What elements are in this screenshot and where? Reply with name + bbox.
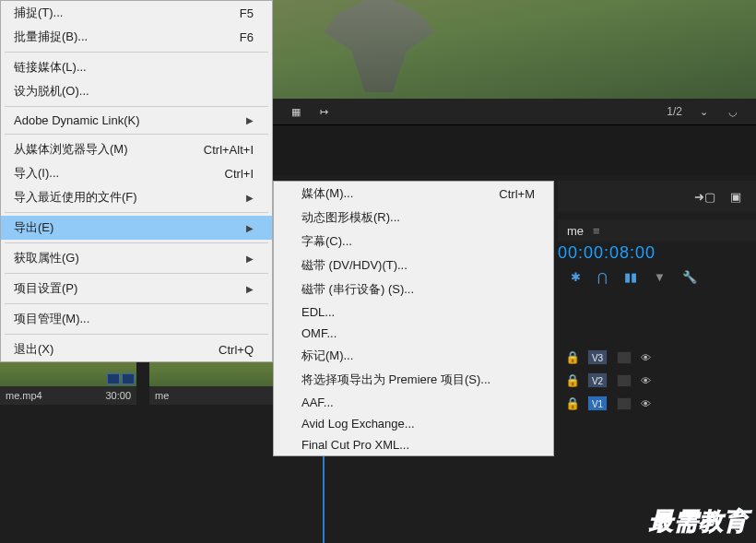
timeline-tab[interactable]: me ≡ <box>558 219 756 242</box>
export-submenu: 媒体(M)...Ctrl+M 动态图形模板(R)... 字幕(C)... 磁带 … <box>273 181 554 456</box>
menu-export-fcp-xml[interactable]: Final Cut Pro XML... <box>274 434 553 455</box>
menu-export-avid[interactable]: Avid Log Exchange... <box>274 413 553 434</box>
clip-name: me.mp4 <box>6 390 42 401</box>
go-to-in-icon[interactable]: ↦ <box>315 103 332 120</box>
clip-duration: 30:00 <box>105 390 131 401</box>
track-v1[interactable]: 🔒 V1 👁 <box>558 392 756 415</box>
audio-badge-icon <box>122 373 135 384</box>
magnet-icon[interactable]: ⋂ <box>597 270 608 284</box>
menu-capture[interactable]: 捕捉(T)...F5 <box>1 1 272 25</box>
safe-margins-icon[interactable]: ▦ <box>288 103 304 120</box>
lock-icon[interactable]: 🔒 <box>565 373 578 387</box>
menu-adobe-dynamic-link[interactable]: Adobe Dynamic Link(K)▶ <box>1 110 272 131</box>
menu-export-captions[interactable]: 字幕(C)... <box>274 230 553 254</box>
track-label[interactable]: V3 <box>587 349 608 365</box>
program-monitor: ▦ ↦ 1/2 ⌄ ◡ <box>273 0 756 124</box>
menu-export-markers[interactable]: 标记(M)... <box>274 344 553 368</box>
menu-export-media[interactable]: 媒体(M)...Ctrl+M <box>274 182 553 206</box>
timeline-tools: ✱ ⋂ ▮▮ ▼ 🔧 <box>558 266 756 288</box>
menu-export-omf[interactable]: OMF... <box>274 323 553 344</box>
menu-project-manager[interactable]: 项目管理(M)... <box>1 307 272 331</box>
settings-icon[interactable]: ◡ <box>725 103 741 120</box>
linked-selection-icon[interactable]: ▮▮ <box>624 270 637 284</box>
menu-link-media[interactable]: 链接媒体(L)... <box>1 55 272 79</box>
menu-export-premiere-project[interactable]: 将选择项导出为 Premiere 项目(S)... <box>274 368 553 392</box>
menu-set-offline[interactable]: 设为脱机(O)... <box>1 79 272 103</box>
menu-export-edl[interactable]: EDL... <box>274 301 553 323</box>
menu-project-settings[interactable]: 项目设置(P)▶ <box>1 277 272 301</box>
chevron-down-icon[interactable]: ⌄ <box>695 103 712 120</box>
menu-export-tape-dv[interactable]: 磁带 (DV/HDV)(T)... <box>274 254 553 277</box>
menu-import-from-browser[interactable]: 从媒体浏览器导入(M)Ctrl+Alt+I <box>1 137 272 161</box>
chevron-right-icon: ▶ <box>246 193 254 203</box>
panel-header: ➜▢ ▣ <box>558 181 756 212</box>
timecode[interactable]: 00:00:08:00 <box>558 243 656 263</box>
preview-controls: ▦ ↦ 1/2 ⌄ ◡ <box>273 99 756 124</box>
menu-exit[interactable]: 退出(X)Ctrl+Q <box>1 337 272 361</box>
snap-icon[interactable]: ✱ <box>571 270 581 284</box>
marker-icon[interactable]: ▼ <box>654 270 666 284</box>
camera-icon[interactable]: ▣ <box>730 190 741 204</box>
clip-name: me <box>155 390 169 401</box>
video-badge-icon <box>107 373 120 384</box>
toggle-sync-lock-icon[interactable] <box>617 351 632 364</box>
menu-export-tape-serial[interactable]: 磁带 (串行设备) (S)... <box>274 277 553 301</box>
lock-icon[interactable]: 🔒 <box>565 350 578 364</box>
preview-image <box>273 0 756 99</box>
menu-import-recent[interactable]: 导入最近使用的文件(F)▶ <box>1 185 272 209</box>
menu-export-motion-graphics[interactable]: 动态图形模板(R)... <box>274 206 553 230</box>
menu-get-properties[interactable]: 获取属性(G)▶ <box>1 246 272 270</box>
toggle-sync-lock-icon[interactable] <box>617 374 632 387</box>
file-menu: 捕捉(T)...F5 批量捕捉(B)...F6 链接媒体(L)... 设为脱机(… <box>0 0 273 362</box>
lock-icon[interactable]: 🔒 <box>565 396 578 410</box>
menu-import[interactable]: 导入(I)...Ctrl+I <box>1 161 272 185</box>
track-label[interactable]: V2 <box>587 372 608 388</box>
watermark: 最需教育 <box>649 505 749 537</box>
chevron-right-icon: ▶ <box>246 254 254 264</box>
chevron-right-icon: ▶ <box>246 223 254 233</box>
menu-export-aaf[interactable]: AAF... <box>274 392 553 413</box>
eye-icon[interactable]: 👁 <box>641 375 651 386</box>
chevron-right-icon: ▶ <box>246 284 254 294</box>
panel-menu-icon[interactable]: ≡ <box>593 224 600 238</box>
track-label[interactable]: V1 <box>587 395 608 411</box>
sequence-name: me <box>567 224 584 238</box>
toggle-sync-lock-icon[interactable] <box>617 397 632 410</box>
track-v2[interactable]: 🔒 V2 👁 <box>558 369 756 392</box>
zoom-level[interactable]: 1/2 <box>667 105 682 118</box>
preview-timeline-strip <box>273 124 756 175</box>
eye-icon[interactable]: 👁 <box>641 352 651 363</box>
eye-icon[interactable]: 👁 <box>641 398 651 409</box>
menu-batch-capture[interactable]: 批量捕捉(B)...F6 <box>1 25 272 49</box>
track-v3[interactable]: 🔒 V3 👁 <box>558 346 756 369</box>
menu-export[interactable]: 导出(E)▶ <box>1 216 272 240</box>
export-frame-icon[interactable]: ➜▢ <box>694 190 715 204</box>
chevron-right-icon: ▶ <box>246 115 254 125</box>
wrench-icon[interactable]: 🔧 <box>682 270 697 284</box>
